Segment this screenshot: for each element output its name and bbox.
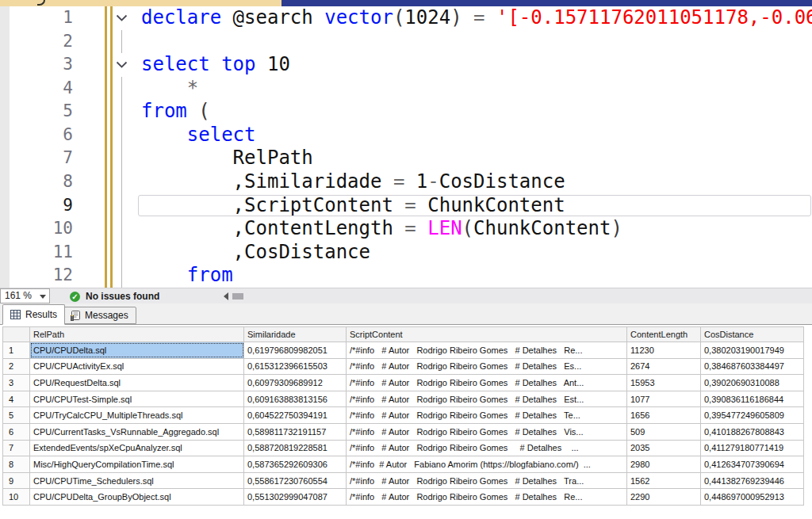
grid-cell[interactable]: 1562: [627, 472, 701, 489]
grid-row-header[interactable]: 1: [3, 342, 30, 359]
grid-cell[interactable]: CPU/CPUTest-Simple.sql: [30, 391, 244, 407]
line-number[interactable]: 2: [0, 30, 73, 54]
line-number[interactable]: 7: [0, 147, 73, 170]
grid-row-header[interactable]: 7: [3, 440, 30, 456]
fold-collapse-icon[interactable]: [73, 6, 141, 30]
grid-row-header[interactable]: 5: [3, 407, 30, 424]
grid-cell[interactable]: 15953: [627, 375, 701, 391]
horizontal-scrollbar-thumb[interactable]: [232, 293, 243, 300]
grid-cell[interactable]: 1077: [627, 391, 701, 407]
grid-cell[interactable]: Misc/HighQueryCompilationTime.sql: [30, 456, 244, 473]
code-line[interactable]: 9 ,ScriptContent = ChunkContent: [0, 194, 812, 218]
grid-row-header[interactable]: 9: [3, 472, 30, 489]
grid-cell[interactable]: /*#info # Autor Rodrigo Ribeiro Gomes # …: [347, 407, 627, 424]
code-line[interactable]: 1declare @search vector(1024) = '[-0.157…: [0, 6, 812, 30]
line-number[interactable]: 11: [0, 241, 73, 265]
code-line[interactable]: 11 ,CosDistance: [0, 241, 812, 265]
grid-cell[interactable]: 2035: [627, 440, 701, 456]
grid-cell[interactable]: /*#info # Autor Rodrigo Ribeiro Gomes # …: [347, 375, 627, 391]
grid-cell[interactable]: CPU/CPUDelta_GroupByObject.sql: [30, 489, 244, 506]
code-line[interactable]: 3select top 10: [0, 53, 812, 77]
grid-cell[interactable]: 2980: [627, 456, 701, 473]
code-line[interactable]: 6 select: [0, 124, 812, 147]
grid-corner-cell[interactable]: [3, 327, 30, 342]
code-line[interactable]: 12 from: [0, 264, 812, 288]
grid-row-header[interactable]: 3: [3, 375, 30, 391]
grid-cell[interactable]: /*#info # Autor Rodrigo Ribeiro Gomes # …: [347, 423, 627, 440]
grid-cell[interactable]: 0,589811732191157: [244, 423, 347, 440]
grid-cell[interactable]: 0,619796809982051: [244, 342, 347, 359]
grid-cell[interactable]: 0,558617230760554: [244, 472, 347, 489]
tab-results[interactable]: Results: [2, 304, 65, 325]
line-number[interactable]: 9: [0, 194, 73, 218]
grid-cell[interactable]: 0,609163883813156: [244, 391, 347, 407]
grid-cell[interactable]: /*#info # Autor Rodrigo Ribeiro Gomes # …: [347, 489, 627, 506]
grid-row-header[interactable]: 6: [3, 423, 30, 440]
code-line[interactable]: 5from (: [0, 100, 812, 124]
grid-column-header-similaridade[interactable]: Similaridade: [244, 327, 347, 342]
grid-row-header[interactable]: 10: [3, 489, 30, 506]
grid-cell[interactable]: 0,448697000952913: [701, 489, 804, 506]
grid-cell[interactable]: 0,380203190017949: [701, 342, 804, 359]
grid-cell[interactable]: 0,588720819228581: [244, 440, 347, 456]
grid-cell[interactable]: 0,390836116186844: [701, 391, 804, 407]
line-number[interactable]: 5: [0, 100, 73, 124]
grid-cell[interactable]: 0,39020690310088: [701, 375, 804, 391]
grid-cell[interactable]: /*#info # Autor Rodrigo Ribeiro Gomes # …: [347, 440, 627, 456]
code-editor[interactable]: 1declare @search vector(1024) = '[-0.157…: [0, 6, 812, 288]
grid-cell[interactable]: CPU/CPUDelta.sql: [30, 342, 244, 359]
grid-cell[interactable]: 0,587365292609306: [244, 456, 347, 473]
grid-cell[interactable]: 2290: [627, 489, 701, 506]
grid-cell[interactable]: 1656: [627, 407, 701, 424]
grid-column-header-scriptcontent[interactable]: ScriptContent: [347, 327, 627, 342]
grid-cell[interactable]: 0,441382769239446: [701, 472, 804, 489]
line-number[interactable]: 12: [0, 264, 73, 288]
grid-cell[interactable]: 509: [627, 423, 701, 440]
grid-cell[interactable]: 0,384687603384497: [701, 358, 804, 375]
code-line[interactable]: 7 RelPath: [0, 147, 812, 170]
code-line[interactable]: 2: [0, 30, 812, 54]
grid-row-header[interactable]: 2: [3, 358, 30, 375]
code-line[interactable]: 10 ,ContentLength = LEN(ChunkContent): [0, 217, 812, 241]
grid-cell[interactable]: 0,551302999047087: [244, 489, 347, 506]
line-number[interactable]: 3: [0, 53, 73, 77]
code-line[interactable]: 4 *: [0, 77, 812, 101]
grid-cell[interactable]: /*#info # Autor Rodrigo Ribeiro Gomes # …: [347, 472, 627, 489]
grid-cell[interactable]: /*#info # Autor Fabiano Amorim (https://…: [347, 456, 627, 473]
grid-column-header-cosdistance[interactable]: CosDistance: [701, 327, 804, 342]
grid-row-header[interactable]: 8: [3, 456, 30, 473]
grid-cell[interactable]: CPU/CurrentTasks_VsRunnable_Aggregado.sq…: [30, 423, 244, 440]
grid-cell[interactable]: /*#info # Autor Rodrigo Ribeiro Gomes # …: [347, 358, 627, 375]
grid-cell[interactable]: 2674: [627, 358, 701, 375]
health-indicator[interactable]: ✓ No issues found: [70, 291, 159, 302]
grid-cell[interactable]: 0,604522750394191: [244, 407, 347, 424]
line-number[interactable]: 4: [0, 77, 73, 101]
grid-column-header-relpath[interactable]: RelPath: [30, 327, 244, 342]
grid-cell[interactable]: CPU/CPUActivityEx.sql: [30, 358, 244, 375]
grid-cell[interactable]: 0,411279180771419: [701, 440, 804, 456]
tab-messages[interactable]: Messages: [63, 307, 136, 324]
grid-row: 8Misc/HighQueryCompilationTime.sql0,5873…: [3, 456, 804, 473]
zoom-select[interactable]: 161 %: [0, 288, 50, 303]
grid-cell[interactable]: CPU/CPUTime_Schedulers.sql: [30, 472, 244, 489]
grid-cell[interactable]: /*#info # Autor Rodrigo Ribeiro Gomes # …: [347, 391, 627, 407]
grid-cell[interactable]: CPU/RequestDelta.sql: [30, 375, 244, 391]
grid-cell[interactable]: 0,60979309689912: [244, 375, 347, 391]
line-number[interactable]: 10: [0, 217, 73, 241]
grid-cell[interactable]: 0,410188267808843: [701, 423, 804, 440]
grid-cell[interactable]: 0,395477249605809: [701, 407, 804, 424]
grid-cell[interactable]: 11230: [627, 342, 701, 359]
code-line[interactable]: 8 ,Similaridade = 1-CosDistance: [0, 170, 812, 194]
grid-cell[interactable]: 0,412634707390694: [701, 456, 804, 473]
line-number[interactable]: 1: [0, 6, 73, 30]
fold-collapse-icon[interactable]: [73, 53, 141, 77]
grid-cell[interactable]: CPU/TryCalcCPU_MultipleThreads.sql: [30, 407, 244, 424]
grid-cell[interactable]: 0,615312396615503: [244, 358, 347, 375]
line-number[interactable]: 8: [0, 170, 73, 194]
grid-cell[interactable]: ExtendedEvents/spXeCpuAnalyzer.sql: [30, 440, 244, 456]
grid-column-header-contentlength[interactable]: ContentLength: [627, 327, 701, 342]
grid-row-header[interactable]: 4: [3, 391, 30, 407]
line-number[interactable]: 6: [0, 124, 73, 147]
grid-cell[interactable]: /*#info # Autor Rodrigo Ribeiro Gomes # …: [347, 342, 627, 359]
scroll-left-arrow-icon[interactable]: [224, 292, 228, 300]
